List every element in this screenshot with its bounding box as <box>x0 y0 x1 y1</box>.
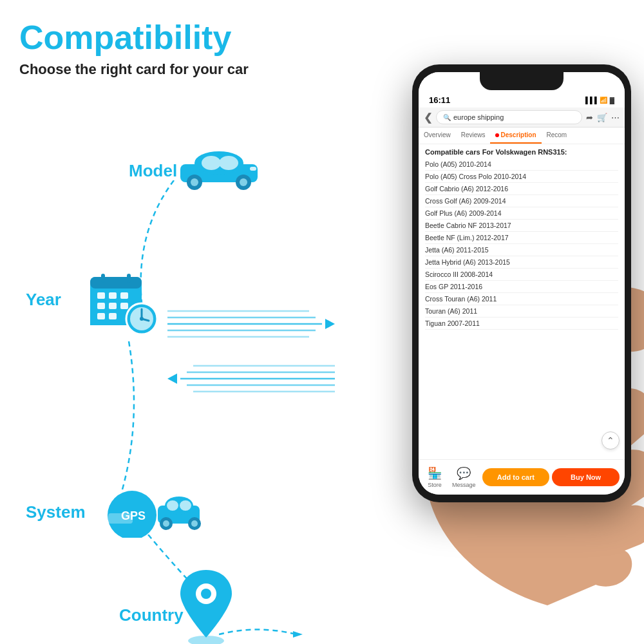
model-label: Model <box>129 161 177 181</box>
svg-point-52 <box>201 589 211 599</box>
dashed-line-year-system <box>103 341 155 496</box>
phone-container: 16:11 ▐▐▐ 📶 ▓ ❮ 🔍 europe shipping ➦ 🛒 ⋯ <box>374 64 644 592</box>
system-label: System <box>26 502 86 522</box>
status-icons: ▐▐▐ 📶 ▓ <box>583 97 614 104</box>
list-item: Scirocco III 2008-2014 <box>425 269 618 281</box>
search-bar[interactable]: 🔍 europe shipping <box>436 110 582 124</box>
wifi-icon: 📶 <box>600 97 607 104</box>
car-icon <box>174 145 264 190</box>
svg-rect-13 <box>109 292 117 299</box>
scroll-up-button[interactable]: ⌃ <box>601 431 620 450</box>
svg-rect-8 <box>250 167 256 171</box>
message-icon: 💬 <box>457 466 471 480</box>
store-button[interactable]: 🏪 Store <box>424 466 446 488</box>
list-item: Touran (A6) 2011 <box>425 305 618 317</box>
list-item: Beetle NF (Lim.) 2012-2017 <box>425 232 618 244</box>
list-item: Eos GP 2011-2016 <box>425 281 618 293</box>
svg-rect-11 <box>90 277 142 289</box>
svg-point-45 <box>180 500 191 511</box>
message-button[interactable]: 💬 Message <box>448 466 480 488</box>
arrows-band <box>167 306 341 396</box>
tab-reviews[interactable]: Reviews <box>456 128 491 144</box>
signal-icon: ▐▐▐ <box>583 97 596 104</box>
page-title: Compatibility <box>19 19 367 56</box>
year-label: Year <box>26 290 61 310</box>
svg-point-3 <box>219 156 238 170</box>
phone-screen: 16:11 ▐▐▐ 📶 ▓ ❮ 🔍 europe shipping ➦ 🛒 ⋯ <box>419 72 625 495</box>
list-item: Golf Plus (A6) 2009-2014 <box>425 207 618 220</box>
back-button[interactable]: ❮ <box>424 111 432 124</box>
gps-car-icon: GPS <box>97 486 206 538</box>
svg-rect-15 <box>97 303 105 309</box>
country-arrow <box>219 625 303 644</box>
add-to-cart-button[interactable]: Add to cart <box>482 468 550 486</box>
list-item: Jetta (A6) 2011-2015 <box>425 244 618 256</box>
tab-overview[interactable]: Overview <box>419 128 456 144</box>
store-icon: 🏪 <box>428 466 442 480</box>
car-list: Polo (A05) 2010-2014Polo (A05) Cross Pol… <box>425 158 618 330</box>
search-icon: 🔍 <box>443 114 451 121</box>
svg-marker-38 <box>167 374 177 384</box>
cart-icon[interactable]: 🛒 <box>597 113 607 122</box>
diagram: Model Year <box>19 142 361 605</box>
svg-marker-32 <box>325 319 335 329</box>
phone-device: 16:11 ▐▐▐ 📶 ▓ ❮ 🔍 europe shipping ➦ 🛒 ⋯ <box>412 64 631 502</box>
bottom-bar: 🏪 Store 💬 Message Add to cart Buy Now <box>419 459 625 495</box>
svg-rect-16 <box>109 303 117 309</box>
list-item: Cross Golf (A6) 2009-2014 <box>425 195 618 207</box>
phone-notch <box>480 72 564 90</box>
svg-rect-21 <box>127 274 131 283</box>
svg-rect-20 <box>101 274 105 283</box>
battery-icon: ▓ <box>610 97 614 104</box>
svg-rect-19 <box>109 313 117 319</box>
search-text: europe shipping <box>453 113 504 121</box>
svg-point-7 <box>240 178 247 186</box>
more-icon[interactable]: ⋯ <box>611 113 620 122</box>
svg-rect-12 <box>97 292 105 299</box>
share-icon[interactable]: ➦ <box>586 113 593 122</box>
tab-recom[interactable]: Recom <box>542 128 573 144</box>
calendar-icon <box>87 270 164 341</box>
list-item: Cross Touran (A6) 2011 <box>425 293 618 305</box>
content-title: Compatible cars For Volskwagen RNS315: <box>425 148 618 156</box>
list-item: Jetta Hybrid (A6) 2013-2015 <box>425 256 618 269</box>
browser-action-icons: ➦ 🛒 ⋯ <box>586 113 620 122</box>
tab-description[interactable]: Description <box>490 128 541 144</box>
store-label: Store <box>428 482 442 488</box>
buy-now-button[interactable]: Buy Now <box>552 468 620 486</box>
svg-rect-17 <box>120 303 128 309</box>
list-item: Golf Cabrio (A6) 2012-2016 <box>425 183 618 195</box>
browser-bar[interactable]: ❮ 🔍 europe shipping ➦ 🛒 ⋯ <box>419 108 625 128</box>
svg-marker-53 <box>293 631 303 638</box>
svg-rect-18 <box>97 313 105 319</box>
left-content: Compatibility Choose the right card for … <box>19 19 367 104</box>
svg-point-49 <box>191 520 198 527</box>
message-label: Message <box>452 482 476 488</box>
status-time: 16:11 <box>429 95 450 105</box>
svg-point-5 <box>191 178 198 186</box>
svg-rect-14 <box>120 292 128 299</box>
svg-point-2 <box>202 156 221 170</box>
svg-point-26 <box>140 317 144 321</box>
list-item: Beetle Cabrio NF 2013-2017 <box>425 220 618 232</box>
list-item: Polo (A05) Cross Polo 2010-2014 <box>425 171 618 183</box>
svg-point-47 <box>163 520 169 527</box>
svg-point-44 <box>167 500 178 511</box>
page-subtitle: Choose the right card for your car <box>19 61 367 78</box>
tab-dot <box>495 133 499 137</box>
content-area: Compatible cars For Volskwagen RNS315: P… <box>419 144 625 483</box>
list-item: Tiguan 2007-2011 <box>425 317 618 330</box>
tab-bar[interactable]: Overview Reviews Description Recom <box>419 128 625 144</box>
svg-rect-41 <box>108 513 133 524</box>
list-item: Polo (A05) 2010-2014 <box>425 158 618 171</box>
